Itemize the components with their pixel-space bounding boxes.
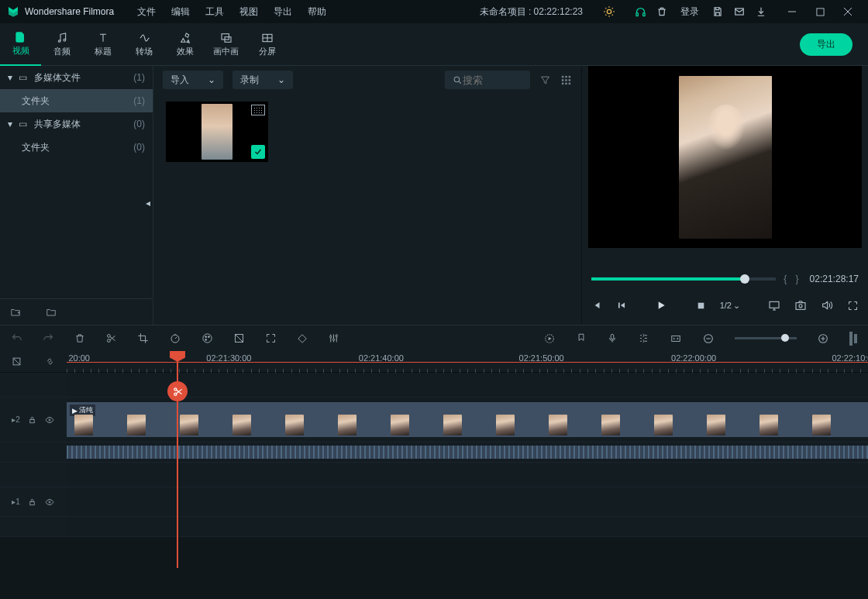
new-folder-icon[interactable] (9, 307, 22, 318)
redo-button[interactable] (43, 332, 54, 344)
trash-icon[interactable] (651, 0, 673, 23)
tab-pip[interactable]: 画中画 (205, 23, 246, 66)
menu-help[interactable]: 帮助 (300, 5, 334, 19)
svg-rect-4 (816, 8, 823, 15)
greenscreen-button[interactable] (233, 332, 245, 344)
sun-icon[interactable] (598, 0, 620, 23)
collapse-handle[interactable]: ◂ (143, 188, 153, 219)
snapshot-icon[interactable] (794, 299, 807, 312)
step-back-button[interactable] (616, 300, 627, 311)
play-button[interactable] (655, 299, 667, 312)
login-link[interactable]: 登录 (673, 5, 707, 19)
track-body[interactable]: ▶清纯 (67, 398, 868, 442)
stop-button[interactable] (696, 301, 706, 311)
lock-icon[interactable] (28, 415, 36, 425)
folder-folder1[interactable]: 文件夹 (1) (0, 89, 153, 112)
tab-title[interactable]: 标题 (82, 23, 123, 66)
snap-icon[interactable] (11, 356, 22, 367)
filter-icon[interactable] (539, 74, 551, 86)
save-icon[interactable] (707, 0, 728, 23)
menu-export[interactable]: 导出 (266, 5, 300, 19)
display-icon[interactable] (768, 299, 780, 312)
search-box[interactable] (445, 71, 530, 89)
lock-icon[interactable] (28, 497, 36, 507)
link-icon[interactable] (44, 356, 56, 367)
menu-edit[interactable]: 编辑 (164, 5, 198, 19)
play-icon: ▶ (72, 407, 78, 415)
folder-icon: ▭ (19, 119, 29, 129)
render-icon[interactable] (543, 332, 556, 345)
menu-view[interactable]: 视图 (232, 5, 266, 19)
maximize-button[interactable] (806, 0, 834, 23)
color-button[interactable] (202, 332, 213, 344)
mail-icon[interactable] (728, 0, 750, 23)
download-icon[interactable] (750, 0, 772, 23)
mixer-icon[interactable] (328, 332, 339, 344)
media-clip-1[interactable] (166, 102, 268, 162)
folder-multimedia-count: (1) (133, 72, 145, 83)
preview-progress-bar[interactable] (591, 277, 776, 281)
audio-mixer-icon[interactable] (638, 332, 649, 344)
crop-button[interactable] (137, 332, 149, 344)
tab-transition[interactable]: 转场 (123, 23, 164, 66)
preview-video[interactable] (588, 66, 862, 248)
prev-frame-button[interactable] (591, 300, 602, 311)
expand-icon[interactable] (265, 332, 277, 344)
undo-button[interactable] (11, 332, 22, 344)
marker-icon[interactable] (576, 332, 587, 344)
folder-shared-sub[interactable]: 文件夹 (0) (0, 136, 153, 159)
open-folder-icon[interactable] (45, 307, 57, 318)
folder-shared-sub-count: (0) (133, 142, 145, 153)
close-button[interactable] (834, 0, 862, 23)
track-audio-1 (0, 517, 868, 537)
svg-point-39 (673, 338, 674, 339)
keyframe-icon[interactable] (297, 333, 308, 344)
playback-quality[interactable]: 1/2 ⌄ (720, 301, 740, 311)
menu-tool[interactable]: 工具 (198, 5, 232, 19)
svg-point-28 (203, 334, 212, 343)
track-body[interactable] (67, 487, 868, 516)
eye-icon[interactable] (44, 497, 55, 507)
zoom-out-icon[interactable] (702, 332, 715, 345)
speed-button[interactable] (169, 332, 181, 344)
tab-audio[interactable]: 音频 (41, 23, 82, 66)
export-button[interactable]: 导出 (800, 33, 852, 56)
cut-marker[interactable] (167, 381, 188, 401)
import-dropdown[interactable]: 导入⌄ (163, 71, 223, 89)
volume-icon[interactable] (821, 299, 833, 312)
minimize-button[interactable] (778, 0, 806, 23)
ruler-tick: 02:21:40:00 (359, 353, 404, 363)
voiceover-icon[interactable] (607, 332, 618, 344)
record-dropdown[interactable]: 录制⌄ (232, 71, 293, 89)
track-number: ▸2 (12, 415, 20, 424)
search-input[interactable] (463, 74, 517, 86)
tab-video-label: 视频 (12, 45, 29, 57)
folder-panel: ▾ ▭ 多媒体文件 (1) 文件夹 (1) ▾ ▭ 共享多媒体 (0) 文件夹 … (0, 66, 153, 325)
grid-view-icon[interactable] (560, 74, 572, 86)
audio-track-body[interactable] (67, 442, 868, 462)
tab-video[interactable]: 视频 (0, 23, 41, 66)
folder-multimedia[interactable]: ▾ ▭ 多媒体文件 (1) (0, 66, 153, 89)
svg-rect-22 (770, 301, 779, 308)
tab-split[interactable]: 分屏 (246, 23, 288, 66)
delete-button[interactable] (74, 332, 85, 344)
mark-brackets[interactable]: { } (784, 274, 801, 284)
split-button[interactable] (105, 332, 117, 344)
zoom-slider[interactable] (735, 337, 797, 339)
fullscreen-icon[interactable] (847, 300, 859, 312)
ruler-tick: 02:22:10:0 (832, 353, 868, 363)
svg-point-40 (677, 338, 678, 339)
svg-point-6 (64, 39, 66, 41)
video-clip[interactable]: ▶清纯 (67, 402, 868, 437)
tab-effect[interactable]: 效果 (164, 23, 205, 66)
headphone-icon[interactable] (629, 0, 651, 23)
time-ruler[interactable]: 20:0002:21:30:0002:21:40:0002:21:50:0002… (67, 351, 868, 373)
vertical-meter-icon[interactable] (849, 332, 857, 346)
folder-folder1-label: 文件夹 (22, 95, 133, 108)
zoom-in-icon[interactable] (817, 332, 829, 345)
menu-file[interactable]: 文件 (129, 5, 164, 19)
eye-icon[interactable] (44, 415, 55, 425)
svg-rect-1 (636, 12, 638, 15)
aspect-icon[interactable] (670, 333, 682, 344)
folder-shared[interactable]: ▾ ▭ 共享多媒体 (0) (0, 112, 153, 136)
